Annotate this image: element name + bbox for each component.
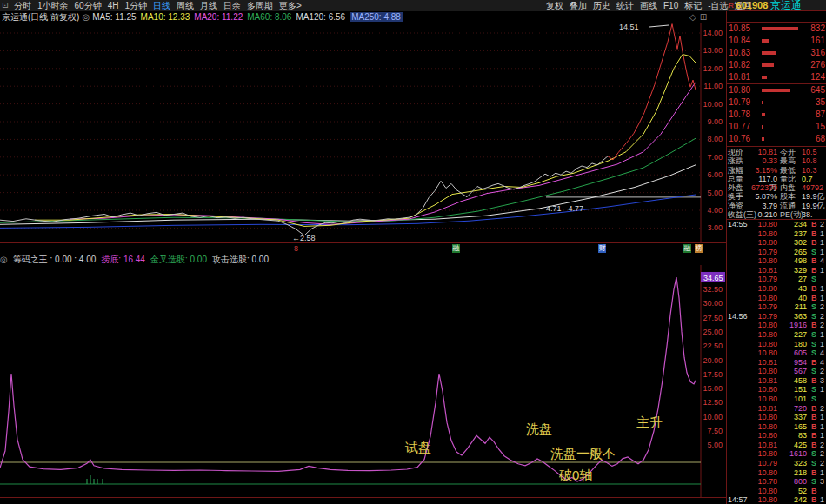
volume-bar — [762, 101, 763, 104]
order-price: 10.80 — [729, 84, 750, 96]
tick-count: 4 — [820, 358, 826, 368]
menu-action[interactable]: 标记 — [684, 1, 702, 10]
period-tab[interactable]: 月线 — [200, 1, 217, 10]
stat-value: 0.33 — [751, 156, 777, 165]
tick-direction: B — [811, 220, 817, 229]
tick-direction: S — [811, 302, 816, 312]
period-tab[interactable]: 日线 — [153, 1, 170, 10]
tick-time: 14:57 — [728, 495, 748, 504]
indicator-scale-label: 17.50 — [703, 370, 723, 379]
tick-list[interactable]: 14:5510.80234B210.80237B110.80302B110.79… — [727, 219, 826, 504]
ask-row[interactable]: 10.83316 — [727, 47, 826, 59]
period-tab[interactable]: 60分钟 — [75, 1, 102, 10]
period-tab[interactable]: 分时 — [14, 1, 31, 10]
ma-value: MA20: 11.22 — [194, 12, 243, 22]
menu-action[interactable]: 统计 — [616, 1, 634, 10]
menu-action[interactable]: 叠加 — [570, 1, 587, 10]
volume-bar — [762, 137, 764, 141]
period-tab[interactable]: 更多> — [279, 1, 302, 10]
bid-row[interactable]: 10.80645 — [727, 84, 826, 96]
tick-direction: B — [811, 422, 817, 432]
tick-price: 10.80 — [751, 468, 777, 478]
phase-annotation: 破0轴 — [558, 468, 592, 482]
ask-row[interactable]: 10.82276 — [727, 59, 826, 71]
period-tab[interactable]: 4H — [108, 1, 119, 10]
tick-row: 10.8083B1 — [727, 431, 826, 441]
menu-action[interactable]: 历史 — [593, 1, 610, 10]
stock-stats: 现价10.81今开10.5涨跌0.33最高10.8涨幅3.15%最低10.3总量… — [727, 146, 826, 219]
tick-price: 10.80 — [751, 487, 777, 496]
tick-count: 2 — [820, 321, 826, 330]
menu-action[interactable]: 画线 — [640, 1, 657, 10]
bid-row[interactable]: 10.7715 — [727, 121, 826, 133]
period-tab[interactable]: 1小时余 — [37, 1, 69, 10]
tick-row: 14:5510.80234B2 — [727, 220, 826, 229]
stat-value: 19.9亿 — [802, 202, 826, 210]
period-tab[interactable]: 多周期 — [247, 1, 273, 10]
window-icon[interactable]: ⊡ — [2, 0, 9, 11]
tick-volume: 458 — [779, 376, 807, 386]
price-scale-label: 14.00 — [703, 29, 723, 37]
main-price-chart[interactable]: 14.0013.0012.0011.0010.009.008.007.006.0… — [0, 23, 726, 242]
period-tab[interactable]: 1分钟 — [124, 1, 147, 10]
volume-bar — [762, 76, 767, 79]
peak-annotation: 14.51 — [619, 23, 639, 31]
bid-row[interactable]: 10.7935 — [727, 96, 826, 109]
tick-volume: 265 — [779, 248, 807, 257]
chart-corner-icons[interactable]: ◇⊞ — [689, 11, 710, 23]
tick-price: 10.81 — [751, 266, 777, 275]
order-price: 10.83 — [729, 47, 750, 59]
period-tab[interactable]: 日余 — [223, 1, 241, 10]
tick-price: 10.80 — [751, 431, 777, 441]
indicator-scale-label: 22.50 — [703, 342, 723, 350]
bid-row[interactable]: 10.7668 — [727, 133, 826, 145]
tick-count: 2 — [820, 367, 826, 376]
event-marker-icon[interactable]: 融 — [452, 244, 460, 253]
tick-direction: B — [811, 284, 817, 294]
ma-value: MA5: 11.25 — [92, 12, 136, 22]
tick-row: 10.80165B1 — [727, 422, 826, 432]
stock-label[interactable]: R 601908 京运通 — [729, 0, 826, 11]
tick-price: 10.80 — [751, 220, 777, 229]
indicator-chart[interactable]: 32.5030.0027.5025.0022.5020.0017.5015.00… — [0, 265, 726, 498]
phase-annotation: 主升 — [636, 414, 663, 429]
tick-volume: 605 — [779, 348, 807, 358]
stock-name: 京运通 — [770, 0, 802, 11]
stat-label: 涨幅 — [728, 166, 743, 175]
tick-count: 1 — [820, 294, 826, 303]
ma-value: MA250: 4.88 — [350, 12, 403, 22]
price-scale-label: 13.00 — [703, 46, 723, 55]
tick-count: 2 — [820, 312, 826, 322]
tick-price: 10.80 — [751, 413, 777, 422]
tick-row: 10.80337B1 — [727, 413, 826, 422]
tick-row: 10.79211S2 — [727, 302, 826, 312]
stat-row: 换手5.87%股本19.9亿 — [727, 192, 826, 201]
stat-label: 最高 — [780, 156, 796, 165]
tick-direction: S — [811, 367, 816, 376]
tick-count: 1 — [820, 422, 826, 432]
menu-action[interactable]: -自选 — [708, 1, 728, 10]
tick-direction: B — [811, 321, 817, 330]
ask-row[interactable]: 10.85832 — [727, 23, 826, 35]
tick-price: 10.80 — [751, 422, 777, 432]
indicator-badge-icon[interactable]: ◎ — [82, 12, 90, 22]
menu-action[interactable]: F10 — [663, 1, 678, 10]
period-tab[interactable]: 周线 — [177, 1, 194, 10]
event-marker-icon[interactable]: 财 — [598, 244, 606, 253]
tick-count: 2 — [820, 449, 826, 459]
order-price: 10.84 — [729, 35, 750, 47]
tick-row: 14:5610.79363S2 — [727, 312, 826, 322]
ask-row[interactable]: 10.84161 — [727, 35, 826, 47]
order-volume: 645 — [810, 84, 825, 96]
event-marker-icon[interactable]: 融 — [683, 244, 691, 253]
stat-value: 49792 — [802, 183, 826, 192]
bid-row[interactable]: 10.7887 — [727, 109, 826, 121]
ma-value: MA60: 8.06 — [247, 12, 291, 22]
tick-count: 2 — [820, 302, 826, 312]
order-price: 10.82 — [729, 59, 750, 71]
stat-row: 净资3.79流通19.9亿 — [727, 202, 826, 210]
menu-action[interactable]: 复权 — [546, 1, 563, 10]
ask-row[interactable]: 10.81124 — [727, 71, 826, 84]
event-marker-icon[interactable]: 榜 — [695, 244, 703, 253]
stat-label: 内盘 — [780, 183, 796, 192]
